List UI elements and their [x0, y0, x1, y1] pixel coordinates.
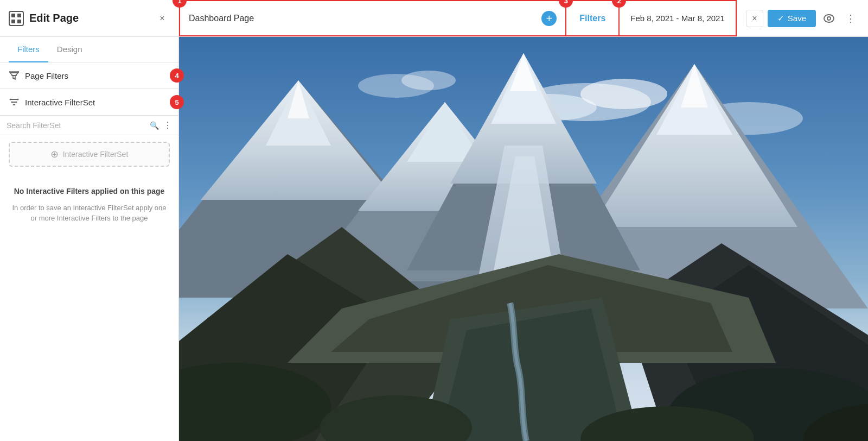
eye-icon — [824, 14, 834, 23]
svg-point-5 — [824, 15, 834, 22]
add-interactive-filterset-button[interactable]: ⊕ Interactive FilterSet — [9, 142, 170, 167]
empty-state-title: No Interactive Filters applied on this p… — [11, 186, 168, 197]
mountain-svg — [179, 37, 868, 441]
svg-rect-0 — [9, 11, 23, 26]
top-bar-main: 1 Dashboard Page + 3 Filters 2 Feb 8, 20… — [179, 0, 737, 36]
dashboard-page-title: Dashboard Page — [189, 14, 537, 23]
sidebar-tabs: Filters Design — [0, 37, 178, 62]
empty-state-description: In order to save an Interactive FilterSe… — [11, 203, 168, 224]
edit-page-section: Edit Page × — [0, 0, 179, 36]
svg-rect-3 — [11, 20, 15, 23]
svg-point-17 — [401, 71, 456, 90]
interactive-filterset-annotation-badge: 5 — [170, 95, 184, 109]
edit-page-icon — [9, 11, 24, 26]
svg-point-8 — [10, 99, 11, 100]
filters-section[interactable]: 3 Filters — [566, 0, 620, 36]
interactive-filter-icon — [9, 97, 20, 108]
svg-rect-4 — [17, 20, 21, 23]
save-button[interactable]: ✓ Save — [768, 10, 816, 27]
svg-rect-1 — [11, 14, 15, 17]
main-layout: Filters Design Page Filters 4 — [0, 37, 868, 441]
svg-point-6 — [827, 17, 831, 20]
svg-point-10 — [11, 102, 13, 103]
more-options-button[interactable]: ⋮ — [842, 10, 859, 27]
search-icon: 🔍 — [150, 121, 159, 130]
search-filterset-input[interactable] — [7, 121, 145, 130]
content-area — [179, 37, 868, 441]
add-filterset-label: Interactive FilterSet — [63, 150, 129, 159]
interactive-filterset-label: Interactive FilterSet — [25, 98, 170, 107]
tab-filters[interactable]: Filters — [9, 37, 48, 62]
add-dashboard-button[interactable]: + — [541, 11, 557, 26]
tab-design[interactable]: Design — [48, 37, 91, 62]
search-filterset-bar: 🔍 ⋮ — [0, 116, 178, 135]
dashboard-page-section[interactable]: 1 Dashboard Page + — [179, 0, 566, 36]
filter-icon — [9, 70, 20, 81]
edit-page-close-button[interactable]: × — [155, 11, 170, 26]
page-filters-annotation-badge: 4 — [170, 68, 184, 83]
sidebar: Filters Design Page Filters 4 — [0, 37, 179, 441]
toolbar-close-button[interactable]: × — [746, 10, 763, 27]
add-filterset-plus-icon: ⊕ — [50, 148, 59, 160]
mountain-background — [179, 37, 868, 441]
date-range-label: Feb 8, 2021 - Mar 8, 2021 — [630, 14, 724, 23]
save-label: Save — [788, 14, 806, 23]
empty-state: No Interactive Filters applied on this p… — [0, 173, 178, 237]
svg-rect-2 — [17, 14, 21, 17]
interactive-filterset-section[interactable]: Interactive FilterSet 5 — [0, 89, 178, 116]
svg-point-9 — [17, 99, 19, 100]
page-filters-label: Page Filters — [25, 71, 170, 80]
filters-label: Filters — [579, 14, 605, 23]
edit-page-title: Edit Page — [29, 12, 149, 24]
top-bar-toolbar: × ✓ Save ⋮ — [737, 0, 868, 36]
preview-button[interactable] — [820, 10, 838, 27]
date-range-section[interactable]: 2 Feb 8, 2021 - Mar 8, 2021 — [620, 0, 736, 36]
save-check-icon: ✓ — [777, 14, 784, 23]
page-filters-section[interactable]: Page Filters 4 — [0, 62, 178, 89]
search-more-button[interactable]: ⋮ — [163, 120, 172, 130]
top-bar: Edit Page × 1 Dashboard Page + 3 Filters… — [0, 0, 868, 37]
svg-point-11 — [16, 102, 17, 103]
